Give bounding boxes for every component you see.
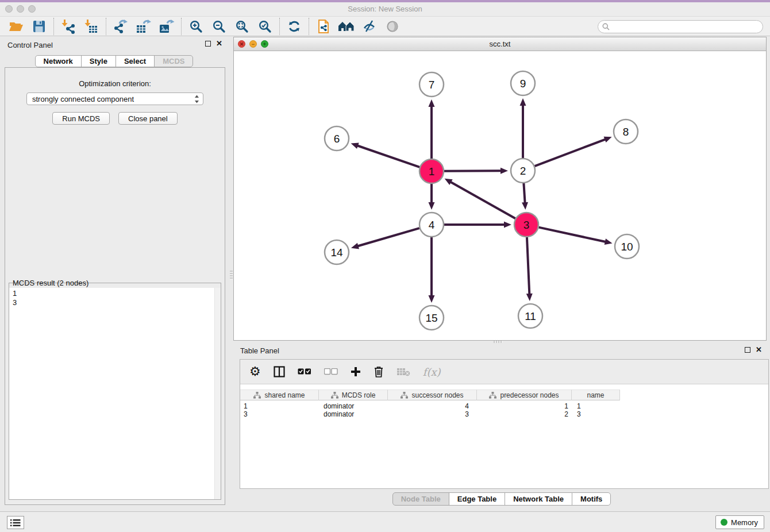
criterion-select[interactable]: strongly connected component	[26, 92, 203, 105]
task-history-button[interactable]	[7, 516, 24, 529]
tab-network[interactable]: Network	[35, 55, 82, 67]
close-panel-icon[interactable]: ✕	[756, 346, 762, 353]
tab-network-table[interactable]: Network Table	[505, 492, 572, 506]
graph-edge-2-8[interactable]	[535, 139, 606, 166]
tree-icon	[401, 392, 408, 399]
graph-edge-arrow	[429, 295, 435, 303]
deselect-all-icon[interactable]	[324, 368, 338, 375]
graph-edge-1-2[interactable]	[444, 171, 502, 171]
float-panel-icon[interactable]	[745, 347, 750, 353]
cell-shared-name[interactable]: 1	[240, 400, 319, 410]
cell-shared-name[interactable]: 3	[240, 410, 319, 419]
search-input[interactable]	[610, 21, 763, 32]
network-graph[interactable]: 7968124314101511	[234, 51, 766, 340]
control-panel-tabs: Network Style Select MCDS	[0, 55, 228, 67]
tab-select[interactable]: Select	[116, 55, 155, 67]
node-table-grid: shared name MCDS role successor nodes	[240, 390, 768, 419]
cell-successor-nodes[interactable]: 3	[388, 410, 477, 419]
graph-edge-3-11[interactable]	[527, 237, 529, 295]
cell-predecessor-nodes[interactable]: 1	[477, 400, 572, 410]
mcds-result-title: MCDS result (2 nodes)	[11, 279, 90, 287]
mcds-result-item[interactable]: 3	[9, 298, 221, 307]
table-settings-icon[interactable]: ⚙	[249, 365, 261, 378]
add-icon[interactable]	[351, 367, 361, 377]
tab-style[interactable]: Style	[81, 55, 116, 67]
export-network-button[interactable]	[109, 17, 132, 36]
cell-name[interactable]: 3	[572, 410, 620, 419]
tab-node-table[interactable]: Node Table	[392, 492, 449, 506]
export-table-button[interactable]	[132, 17, 155, 36]
mcds-result-list[interactable]: 1 3	[9, 288, 221, 499]
graph-edge-4-14[interactable]	[357, 228, 419, 246]
search-icon	[602, 23, 610, 30]
list-icon	[10, 519, 21, 527]
save-session-button[interactable]	[28, 17, 51, 36]
graph-node-label: 15	[425, 312, 437, 324]
import-table-button[interactable]	[80, 17, 103, 36]
toolbar-separator	[53, 18, 54, 35]
zoom-fit-button[interactable]	[230, 17, 253, 36]
memory-button[interactable]: Memory	[715, 515, 764, 529]
close-panel-icon[interactable]: ✕	[216, 40, 222, 47]
column-header-shared-name[interactable]: shared name	[240, 390, 319, 400]
network-window-title: scc.txt	[234, 40, 766, 48]
column-header-successor-nodes[interactable]: successor nodes	[388, 390, 477, 400]
import-table-icon	[84, 19, 99, 34]
column-header-mcds-role[interactable]: MCDS role	[319, 390, 388, 400]
titlebar: Session: New Session	[0, 2, 770, 16]
search-box[interactable]	[598, 20, 763, 33]
network-canvas[interactable]: 7968124314101511	[234, 51, 766, 340]
graph-node-label: 1	[429, 165, 435, 178]
app-window: Session: New Session	[0, 0, 770, 532]
graph-node-label: 2	[520, 165, 526, 177]
table-row[interactable]: 3 dominator 3 2 3	[240, 410, 768, 419]
graph-edge-3-10[interactable]	[538, 228, 606, 242]
float-panel-icon[interactable]	[205, 41, 211, 47]
network-view-window: ✕ − + scc.txt 7968124314101511	[233, 37, 767, 341]
mcds-result-item[interactable]: 1	[9, 289, 221, 298]
zoom-selected-button[interactable]	[253, 17, 276, 36]
cell-name[interactable]: 1	[572, 400, 620, 410]
graph-edge-3-1[interactable]	[451, 182, 515, 218]
tab-edge-table[interactable]: Edge Table	[449, 492, 505, 506]
run-mcds-button[interactable]: Run MCDS	[52, 112, 110, 125]
graph-edge-1-6[interactable]	[357, 145, 419, 167]
import-network-icon	[61, 19, 76, 34]
disabled-eye-icon	[386, 20, 399, 33]
export-image-button[interactable]	[155, 17, 178, 36]
table-row[interactable]: 1 dominator 4 1 1	[240, 400, 768, 410]
control-panel: Control Panel ✕ Network Style Select MCD…	[0, 36, 228, 511]
select-all-icon[interactable]	[298, 368, 311, 375]
cell-mcds-role[interactable]: dominator	[319, 400, 388, 410]
show-hide-panels-button[interactable]	[358, 17, 381, 36]
graph-edge-2-3[interactable]	[523, 183, 525, 203]
cell-mcds-role[interactable]: dominator	[319, 410, 388, 419]
zoom-in-button[interactable]	[184, 17, 207, 36]
zoom-out-button[interactable]	[207, 17, 230, 36]
refresh-layout-button[interactable]	[283, 17, 306, 36]
open-session-button[interactable]	[5, 17, 28, 36]
cell-predecessor-nodes[interactable]: 2	[477, 410, 572, 419]
columns-icon[interactable]	[274, 366, 285, 377]
graph-node-label: 6	[334, 133, 340, 145]
memory-status-icon	[721, 519, 727, 526]
toolbar-separator	[106, 18, 106, 35]
graph-edge-arrow	[500, 168, 508, 174]
column-header-predecessor-nodes[interactable]: predecessor nodes	[477, 390, 572, 400]
splitpane-grip-vertical[interactable]	[230, 271, 233, 280]
close-panel-button[interactable]: Close panel	[118, 112, 178, 125]
cell-successor-nodes[interactable]: 4	[388, 400, 477, 410]
table-panel: Table Panel ✕ ⚙	[233, 342, 770, 511]
graph-edge-arrow	[351, 243, 359, 249]
tab-motifs[interactable]: Motifs	[572, 492, 611, 506]
delete-icon[interactable]	[374, 366, 384, 377]
result-scrollbar[interactable]	[214, 288, 221, 499]
network-overview-button[interactable]	[335, 17, 358, 36]
column-header-name[interactable]: name	[572, 390, 620, 400]
refresh-icon	[287, 20, 301, 33]
graph-edge-arrow	[351, 143, 359, 149]
clone-network-button[interactable]	[312, 17, 335, 36]
tab-mcds[interactable]: MCDS	[154, 55, 193, 67]
graph-node-label: 9	[520, 78, 526, 90]
import-network-button[interactable]	[57, 17, 80, 36]
